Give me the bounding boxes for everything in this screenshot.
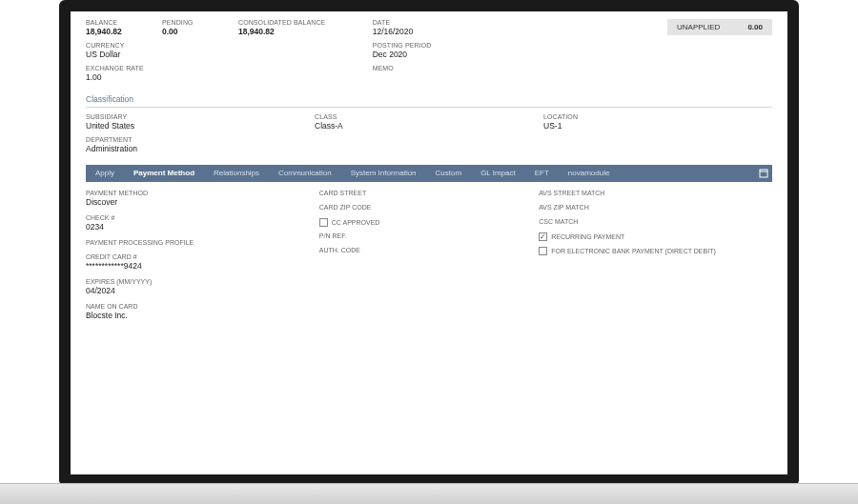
- currency-label: CURRENCY: [86, 42, 325, 49]
- pending-label: PENDING: [162, 19, 219, 26]
- card-street-label: CARD STREET: [319, 190, 520, 196]
- name-on-card-value: Blocste Inc.: [86, 311, 300, 320]
- check-number-value: 0234: [86, 222, 300, 232]
- laptop-base: [0, 483, 858, 504]
- department-label: DEPARTMENT: [86, 136, 296, 143]
- expires-value: 04/2024: [86, 286, 300, 295]
- tab-bar: Apply Payment Method Relationships Commu…: [86, 165, 772, 182]
- pm-col-3: AVS STREET MATCH AVS ZIP MATCH CSC MATCH…: [539, 190, 772, 328]
- exchange-value: 1.00: [86, 72, 325, 82]
- cc-approved-checkbox[interactable]: [319, 218, 328, 227]
- direct-debit-checkbox[interactable]: [539, 247, 547, 255]
- credit-card-value: ************9424: [86, 261, 300, 271]
- payment-method-label: PAYMENT METHOD: [86, 190, 300, 196]
- tab-eft[interactable]: EFT: [525, 165, 559, 182]
- unapplied-box: UNAPPLIED 0.00: [667, 19, 772, 35]
- name-on-card-label: NAME ON CARD: [86, 303, 300, 310]
- check-number-label: CHECK #: [86, 214, 300, 221]
- tab-custom[interactable]: Custom: [426, 165, 472, 182]
- balance-label: BALANCE: [86, 19, 143, 26]
- currency-value: US Dollar: [86, 50, 325, 59]
- location-value: US-1: [543, 121, 753, 131]
- class-value: Class-A: [315, 121, 524, 131]
- unapplied-value: 0.00: [747, 23, 763, 31]
- page-content: BALANCE 18,940.82 PENDING 0.00 CONSOLIDA…: [71, 11, 787, 335]
- posting-value: Dec 2020: [373, 50, 525, 59]
- cc-approved-label: CC APPROVED: [332, 219, 380, 226]
- tab-novamodule[interactable]: novamodule: [559, 165, 620, 182]
- balance-value: 18,940.82: [86, 27, 143, 36]
- summary-middle: DATE 12/16/2020 POSTING PERIOD Dec 2020 …: [373, 19, 544, 77]
- expand-icon[interactable]: [755, 165, 772, 182]
- classification-title: Classification: [86, 91, 772, 108]
- posting-label: POSTING PERIOD: [373, 42, 525, 49]
- unapplied-label: UNAPPLIED: [677, 23, 720, 31]
- pending-value: 0.00: [162, 27, 219, 36]
- avs-street-label: AVS STREET MATCH: [539, 190, 753, 196]
- recurring-label: RECURRING PAYMENT: [551, 233, 624, 240]
- pm-col-1: PAYMENT METHOD Discover CHECK # 0234 PAY…: [86, 190, 319, 328]
- cc-approved-row: CC APPROVED: [319, 218, 520, 227]
- tab-gl-impact[interactable]: GL Impact: [471, 165, 525, 182]
- class-label: CLASS: [315, 113, 524, 120]
- date-label: DATE: [373, 19, 525, 26]
- recurring-checkbox[interactable]: [539, 232, 547, 241]
- card-zip-label: CARD ZIP CODE: [319, 204, 520, 211]
- summary-row: BALANCE 18,940.82 PENDING 0.00 CONSOLIDA…: [86, 19, 772, 88]
- auth-code-label: AUTH. CODE: [319, 247, 520, 253]
- processing-profile-label: PAYMENT PROCESSING PROFILE: [86, 239, 300, 246]
- tab-system-information[interactable]: System Information: [341, 165, 426, 182]
- tab-apply[interactable]: Apply: [86, 165, 124, 182]
- payment-method-panel: PAYMENT METHOD Discover CHECK # 0234 PAY…: [86, 190, 772, 328]
- credit-card-label: CREDIT CARD #: [86, 253, 300, 260]
- pnref-label: P/N REF.: [319, 232, 520, 239]
- tab-relationships[interactable]: Relationships: [204, 165, 269, 182]
- tab-payment-method[interactable]: Payment Method: [124, 165, 204, 182]
- avs-zip-label: AVS ZIP MATCH: [539, 204, 753, 211]
- consolidated-value: 18,940.82: [238, 27, 325, 36]
- expires-label: EXPIRES (MM/YYYY): [86, 278, 300, 285]
- screen: BALANCE 18,940.82 PENDING 0.00 CONSOLIDA…: [71, 11, 787, 474]
- recurring-row: RECURRING PAYMENT: [539, 232, 753, 241]
- summary-right: UNAPPLIED 0.00: [667, 19, 772, 35]
- date-value: 12/16/2020: [373, 27, 525, 36]
- classification-grid: SUBSIDIARY United States DEPARTMENT Admi…: [86, 113, 772, 159]
- summary-left: BALANCE 18,940.82 PENDING 0.00 CONSOLIDA…: [86, 19, 344, 88]
- laptop-frame: BALANCE 18,940.82 PENDING 0.00 CONSOLIDA…: [59, 0, 799, 486]
- direct-debit-row: FOR ELECTRONIC BANK PAYMENT (DIRECT DEBI…: [539, 247, 753, 255]
- payment-method-value: Discover: [86, 197, 300, 207]
- csc-match-label: CSC MATCH: [539, 218, 753, 225]
- location-label: LOCATION: [543, 113, 753, 120]
- subsidiary-label: SUBSIDIARY: [86, 113, 296, 120]
- consolidated-label: CONSOLIDATED BALANCE: [238, 19, 325, 26]
- svg-rect-0: [760, 170, 767, 177]
- tab-communication[interactable]: Communication: [269, 165, 341, 182]
- exchange-label: EXCHANGE RATE: [86, 65, 325, 71]
- direct-debit-label: FOR ELECTRONIC BANK PAYMENT (DIRECT DEBI…: [551, 248, 716, 254]
- subsidiary-value: United States: [86, 121, 296, 131]
- pm-col-2: CARD STREET CARD ZIP CODE CC APPROVED P/…: [319, 190, 539, 328]
- department-value: Administration: [86, 144, 296, 153]
- memo-label: MEMO: [373, 65, 525, 71]
